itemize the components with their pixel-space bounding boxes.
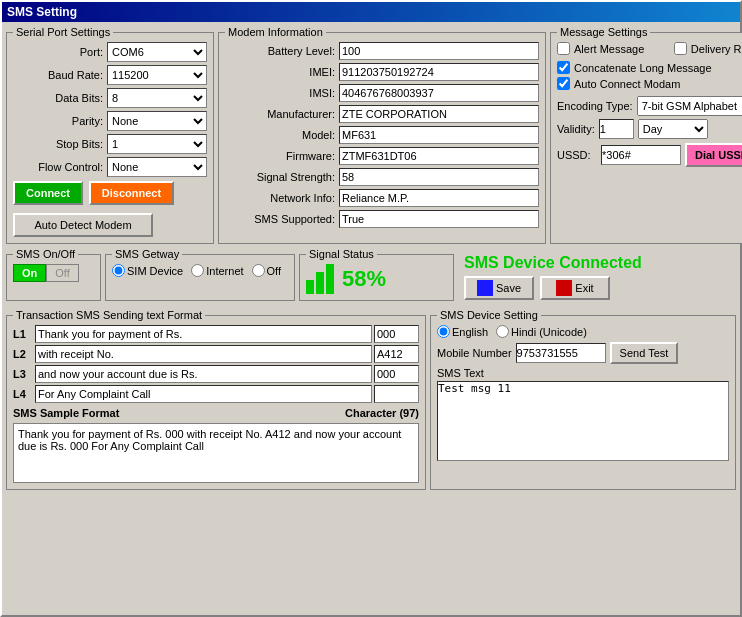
validity-unit-select[interactable]: Day Week Month <box>638 119 708 139</box>
sms-onoff-legend: SMS On/Off <box>13 248 78 260</box>
save-button[interactable]: Save <box>464 276 534 300</box>
dial-ussd-button[interactable]: Dial USSD <box>685 143 742 167</box>
tx-row-l1: L1 <box>13 325 419 343</box>
top-row: Serial Port Settings Port: COM6 Baud Rat… <box>6 26 736 248</box>
internet-label: Internet <box>206 265 243 277</box>
tx-l3-label: L3 <box>13 368 33 380</box>
parity-row: Parity: None <box>13 111 207 131</box>
window-title: SMS Setting <box>7 5 77 19</box>
sms-gateway-legend: SMS Getway <box>112 248 182 260</box>
imsi-label: IMSI: <box>225 87 335 99</box>
port-select[interactable]: COM6 <box>107 42 207 62</box>
bar-2 <box>316 272 324 294</box>
signal-status-legend: Signal Status <box>306 248 377 260</box>
sms-text-label: SMS Text <box>437 367 729 379</box>
hindi-option[interactable]: Hindi (Unicode) <box>496 325 587 338</box>
message-settings-legend: Message Settings <box>557 26 650 38</box>
title-bar: SMS Setting <box>2 2 740 22</box>
middle-row: SMS On/Off On Off SMS Getway SIM Device … <box>6 248 736 305</box>
baud-label: Baud Rate: <box>13 69 103 81</box>
flowcontrol-select[interactable]: None <box>107 157 207 177</box>
status-right: SMS Device Connected Save Exit <box>458 248 736 305</box>
connect-button[interactable]: Connect <box>13 181 83 205</box>
databits-row: Data Bits: 8 <box>13 88 207 108</box>
encoding-label: Encoding Type: <box>557 100 633 112</box>
databits-select[interactable]: 8 <box>107 88 207 108</box>
serial-port-legend: Serial Port Settings <box>13 26 113 38</box>
stopbits-row: Stop Bits: 1 <box>13 134 207 154</box>
message-settings-section: Message Settings Alert Message Delivery … <box>550 26 742 244</box>
english-option[interactable]: English <box>437 325 488 338</box>
ussd-input[interactable] <box>601 145 681 165</box>
tx-l1-code[interactable] <box>374 325 419 343</box>
ussd-label: USSD: <box>557 149 597 161</box>
gateway-radio-group: SIM Device Internet Off <box>112 264 288 277</box>
sms-text-input[interactable]: Test msg 11 <box>437 381 729 461</box>
exit-label: Exit <box>575 282 593 294</box>
mobile-number-input[interactable] <box>516 343 606 363</box>
parity-select[interactable]: None <box>107 111 207 131</box>
device-setting-legend: SMS Device Setting <box>437 309 541 321</box>
hindi-radio[interactable] <box>496 325 509 338</box>
sample-header: SMS Sample Format Character (97) <box>13 407 419 419</box>
off-radio[interactable] <box>252 264 265 277</box>
tx-l2-code[interactable] <box>374 345 419 363</box>
port-label: Port: <box>13 46 103 58</box>
alert-message-checkbox[interactable] <box>557 42 570 55</box>
english-radio[interactable] <box>437 325 450 338</box>
send-test-button[interactable]: Send Test <box>610 342 679 364</box>
concatenate-checkbox[interactable] <box>557 61 570 74</box>
auto-detect-button[interactable]: Auto Detect Modem <box>13 213 153 237</box>
sms-on-button[interactable]: On <box>13 264 46 282</box>
internet-option[interactable]: Internet <box>191 264 243 277</box>
tx-l2-input[interactable] <box>35 345 372 363</box>
tx-row-l3: L3 <box>13 365 419 383</box>
exit-button[interactable]: Exit <box>540 276 610 300</box>
tx-l1-input[interactable] <box>35 325 372 343</box>
sms-supported-input[interactable] <box>339 210 539 228</box>
baud-select[interactable]: 115200 <box>107 65 207 85</box>
manufacturer-input[interactable] <box>339 105 539 123</box>
off-label: Off <box>267 265 281 277</box>
sms-off-button[interactable]: Off <box>46 264 78 282</box>
sms-gateway-section: SMS Getway SIM Device Internet Off <box>105 248 295 301</box>
bar-3 <box>326 264 334 294</box>
model-input[interactable] <box>339 126 539 144</box>
battery-input[interactable] <box>339 42 539 60</box>
flowcontrol-row: Flow Control: None <box>13 157 207 177</box>
auto-connect-checkbox[interactable] <box>557 77 570 90</box>
tx-row-l4: L4 <box>13 385 419 403</box>
stopbits-select[interactable]: 1 <box>107 134 207 154</box>
ussd-row: USSD: Dial USSD <box>557 143 742 167</box>
network-input[interactable] <box>339 189 539 207</box>
auto-connect-row: Auto Connect Modam <box>557 77 742 90</box>
tx-l3-input[interactable] <box>35 365 372 383</box>
sample-format-label: SMS Sample Format <box>13 407 119 419</box>
sms-onoff-section: SMS On/Off On Off <box>6 248 101 301</box>
encoding-select[interactable]: 7-bit GSM Alphabet Unicode 8-bit <box>637 96 742 116</box>
network-label: Network Info: <box>225 192 335 204</box>
tx-l4-input[interactable] <box>35 385 372 403</box>
signal-percentage: 58% <box>342 266 386 292</box>
tx-l3-code[interactable] <box>374 365 419 383</box>
signal-label: Signal Strength: <box>225 171 335 183</box>
auto-connect-label: Auto Connect Modam <box>574 78 680 90</box>
sim-device-option[interactable]: SIM Device <box>112 264 183 277</box>
firmware-label: Firmware: <box>225 150 335 162</box>
signal-input[interactable] <box>339 168 539 186</box>
internet-radio[interactable] <box>191 264 204 277</box>
off-option[interactable]: Off <box>252 264 281 277</box>
validity-input[interactable] <box>599 119 634 139</box>
delivery-report-row: Delivery Report <box>674 42 742 55</box>
signal-status-section: Signal Status 58% <box>299 248 454 301</box>
delivery-report-checkbox[interactable] <box>674 42 687 55</box>
imsi-input[interactable] <box>339 84 539 102</box>
tx-l4-code[interactable] <box>374 385 419 403</box>
sim-device-radio[interactable] <box>112 264 125 277</box>
tx-l4-label: L4 <box>13 388 33 400</box>
imei-input[interactable] <box>339 63 539 81</box>
disconnect-button[interactable]: Disconnect <box>89 181 174 205</box>
concatenate-label: Concatenate Long Message <box>574 62 712 74</box>
firmware-input[interactable] <box>339 147 539 165</box>
baud-row: Baud Rate: 115200 <box>13 65 207 85</box>
